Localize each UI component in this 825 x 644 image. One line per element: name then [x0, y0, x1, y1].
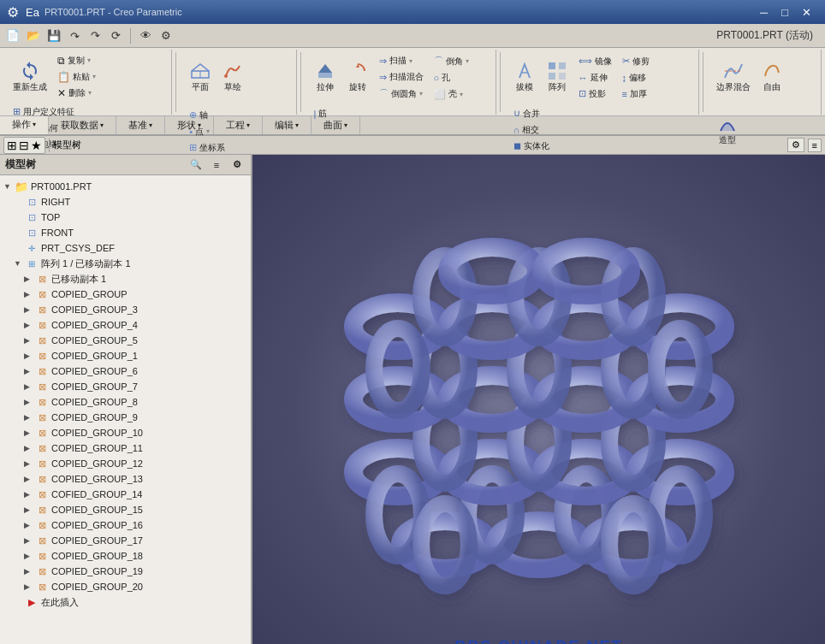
tab-edit[interactable]: 编辑 ▾ — [263, 116, 312, 134]
extend-btn[interactable]: ↔ 延伸 — [574, 70, 616, 86]
tree-item-csys[interactable]: ✛ PRT_CSYS_DEF — [0, 240, 251, 256]
win-close[interactable]: ✕ — [795, 6, 818, 19]
shell-btn[interactable]: ⬜ 壳 ▾ — [430, 86, 473, 102]
root-arrow: ▼ — [3, 182, 14, 191]
chamfer-btn[interactable]: ⌒ 倒角 ▾ — [430, 53, 473, 69]
tree-view-icon[interactable]: ★ — [31, 139, 42, 152]
tree-item-cg0[interactable]: ▶ ⊠ COPIED_GROUP — [0, 287, 251, 302]
shape-top-row: 拉伸 旋转 ⇒ 扫描 ▾ ⇒ 扫描混合 — [310, 51, 490, 121]
copy-btn[interactable]: ⧉ 复制 ▾ — [53, 53, 100, 68]
tree-item-cg3[interactable]: ▶ ⊠ COPIED_GROUP_3 — [0, 302, 251, 317]
draft-label: 拔模 — [516, 81, 533, 93]
regen-btn[interactable]: ⟳ — [106, 27, 125, 44]
win-maximize[interactable]: □ — [775, 6, 795, 19]
draft-btn[interactable]: 拔模 — [509, 51, 540, 103]
tab-engineering[interactable]: 工程 ▾ — [214, 116, 263, 134]
offset-btn[interactable]: ↨ 偏移 — [618, 70, 654, 86]
tree-item-cg9[interactable]: ▶ ⊠ COPIED_GROUP_9 — [0, 410, 251, 425]
tree-item-cg11[interactable]: ▶ ⊠ COPIED_GROUP_11 — [0, 440, 251, 456]
solidify-btn[interactable]: ◼ 实体化 — [509, 139, 554, 154]
tree-item-insert[interactable]: ▶ 在此插入 — [0, 594, 251, 610]
operations-small-group: ⧉ 复制 ▾ 📋 粘贴 ▾ ✕ 删除 ▾ — [53, 53, 100, 101]
save-btn[interactable]: 💾 — [45, 27, 63, 44]
cg10-icon: ⊠ — [34, 426, 50, 440]
undo-btn[interactable]: ↶ — [65, 27, 84, 44]
tree-item-cg13[interactable]: ▶ ⊠ COPIED_GROUP_13 — [0, 471, 251, 487]
new-btn[interactable]: 📄 — [3, 27, 22, 44]
tab-get-data[interactable]: 获取数据 ▾ — [49, 116, 116, 134]
project-btn[interactable]: ⊡ 投影 — [574, 86, 616, 102]
sweep-blend-btn[interactable]: ⇒ 扫描混合 — [375, 69, 428, 85]
sketch-btn[interactable]: 草绘 — [217, 51, 248, 103]
view-btn[interactable]: 👁 — [136, 27, 155, 44]
tree-item-cg4[interactable]: ▶ ⊠ COPIED_GROUP_4 — [0, 317, 251, 333]
tree-settings-btn[interactable]: ⚙ — [787, 138, 804, 152]
boundary-blend-btn[interactable]: 边界混合 — [712, 51, 755, 103]
tree-item-cg16[interactable]: ▶ ⊠ COPIED_GROUP_16 — [0, 517, 251, 533]
delete-btn[interactable]: ✕ 删除 ▾ — [53, 86, 100, 101]
cg4-icon: ⊠ — [34, 318, 50, 332]
thicken-btn[interactable]: ≡ 加厚 — [618, 86, 654, 102]
tree-item-cg8[interactable]: ▶ ⊠ COPIED_GROUP_8 — [0, 394, 251, 410]
tree-item-cg6[interactable]: ▶ ⊠ COPIED_GROUP_6 — [0, 363, 251, 379]
coord-btn[interactable]: ⊞ 坐标系 — [185, 140, 229, 156]
trim-btn[interactable]: ✂ 修剪 — [618, 54, 654, 69]
revolve-btn[interactable]: 旋转 — [342, 51, 373, 103]
csys-icon: ✛ — [24, 241, 39, 255]
settings-quick-btn[interactable]: ⚙ — [157, 27, 175, 44]
3d-viewport[interactable]: BBS.CHINADE.NET — [252, 155, 825, 644]
tree-item-cg19[interactable]: ▶ ⊠ COPIED_GROUP_19 — [0, 564, 251, 579]
intersect-btn[interactable]: ∩ 相交 — [509, 122, 554, 138]
tree-item-array1[interactable]: ▼ ⊞ 阵列 1 / 已移动副本 1 — [0, 256, 251, 271]
tree-item-right[interactable]: ⊡ RIGHT — [0, 194, 251, 210]
list-view-icon[interactable]: ⊟ — [19, 139, 29, 152]
tree-item-cg18[interactable]: ▶ ⊠ COPIED_GROUP_18 — [0, 548, 251, 564]
tree-item-cg5[interactable]: ▶ ⊠ COPIED_GROUP_5 — [0, 333, 251, 348]
title-label: Ea — [26, 6, 39, 19]
tab-operations[interactable]: 操作 ▾ — [0, 116, 49, 134]
mirror-btn[interactable]: ⟺ 镜像 — [574, 54, 616, 69]
tree-item-cg10[interactable]: ▶ ⊠ COPIED_GROUP_10 — [0, 425, 251, 440]
redo-btn[interactable]: ↷ — [86, 27, 104, 44]
tree-search-btn[interactable]: 🔍 — [187, 157, 205, 173]
regenerate-btn[interactable]: 重新生成 — [9, 51, 51, 103]
tab-surface[interactable]: 曲面 ▾ — [312, 116, 360, 134]
root-folder-icon: 📁 — [14, 180, 29, 193]
svg-rect-3 — [549, 62, 555, 69]
sweep-btn[interactable]: ⇒ 扫描 ▾ — [375, 53, 428, 68]
tree-item-cg15[interactable]: ▶ ⊠ COPIED_GROUP_15 — [0, 502, 251, 517]
win-minimize[interactable]: ─ — [753, 6, 775, 19]
plane-btn[interactable]: 平面 — [185, 51, 216, 103]
tree-item-copy1[interactable]: ▶ ⊠ 已移动副本 1 — [0, 271, 251, 287]
paste-btn[interactable]: 📋 粘贴 ▾ — [53, 69, 100, 85]
tree-filter-btn[interactable]: ≡ — [208, 157, 225, 173]
tree-columns-btn[interactable]: ≡ — [808, 139, 822, 152]
style-btn[interactable]: 造型 — [712, 104, 743, 156]
tree-item-cg20[interactable]: ▶ ⊠ COPIED_GROUP_20 — [0, 579, 251, 594]
hole-btn[interactable]: ○ 孔 — [430, 70, 473, 86]
cg16-icon: ⊠ — [34, 518, 50, 532]
tree-item-root[interactable]: ▼ 📁 PRT0001.PRT — [0, 179, 251, 194]
free-form-btn[interactable]: 自由 — [757, 51, 787, 103]
merge-btn[interactable]: ∪ 合并 — [509, 106, 554, 121]
tab-shape[interactable]: 形状 ▾ — [165, 116, 214, 134]
tree-item-top[interactable]: ⊡ TOP — [0, 210, 251, 225]
array1-arrow: ▼ — [14, 259, 24, 268]
round-btn[interactable]: ⌒ 倒圆角 ▾ — [375, 86, 428, 102]
datum-buttons: 平面 草绘 ⊕ 轴 • 点 ▾ — [185, 51, 290, 156]
tree-item-cg7[interactable]: ▶ ⊠ COPIED_GROUP_7 — [0, 379, 251, 394]
copy-label: 复制 — [68, 55, 85, 67]
array-btn[interactable]: 阵列 — [542, 51, 573, 103]
tab-datum[interactable]: 基准 ▾ — [116, 116, 165, 134]
tree-item-cg17[interactable]: ▶ ⊠ COPIED_GROUP_17 — [0, 533, 251, 548]
tree-settings-header-btn[interactable]: ⚙ — [229, 157, 246, 173]
title-extra: PRT0001.PRT - Creo Parametric — [45, 7, 182, 17]
tree-item-cg14[interactable]: ▶ ⊠ COFIED_GROUP_14 — [0, 487, 251, 502]
chamfer-icon: ⌒ — [434, 55, 443, 68]
extrude-btn[interactable]: 拉伸 — [310, 51, 341, 103]
tree-item-cg1[interactable]: ▶ ⊠ COPIED_GROUP_1 — [0, 348, 251, 363]
tree-item-cg12[interactable]: ▶ ⊠ COPIED_GROUP_12 — [0, 456, 251, 471]
tree-item-front[interactable]: ⊡ FRONT — [0, 225, 251, 240]
quad-view-icon[interactable]: ⊞ — [7, 139, 17, 152]
open-btn[interactable]: 📂 — [24, 27, 43, 44]
